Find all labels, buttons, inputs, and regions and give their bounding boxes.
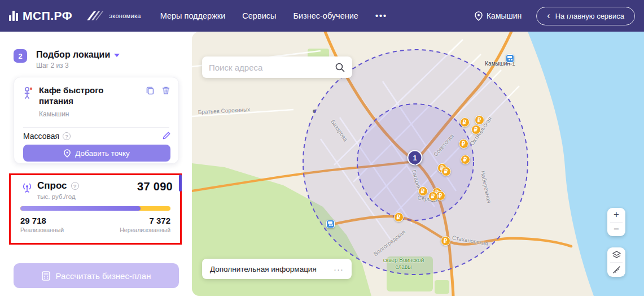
nav-services[interactable]: Сервисы xyxy=(242,11,276,20)
add-point-label: Добавить точку xyxy=(75,149,130,158)
step-title-text: Подбор локации xyxy=(36,50,110,60)
city-name: Камышин xyxy=(487,11,522,20)
ruble-marker[interactable]: ₽ xyxy=(418,186,428,196)
map-tools xyxy=(607,247,625,277)
transport-icon[interactable] xyxy=(506,54,514,63)
demand-realized: 29 718 Реализованный xyxy=(20,216,64,233)
copy-button[interactable] xyxy=(144,85,156,97)
layers-button[interactable] xyxy=(607,247,625,262)
main-nav: Меры поддержки Сервисы Бизнес-обучение •… xyxy=(160,11,387,20)
zoom-controls: + − xyxy=(607,208,625,236)
step-title: Подбор локации xyxy=(36,50,120,60)
business-city: Камышин xyxy=(39,110,69,118)
calculate-button-label: Рассчитать бизнес-план xyxy=(56,271,151,281)
edit-button[interactable] xyxy=(162,131,171,142)
msp-logo-text: МСП.РФ xyxy=(23,9,72,23)
map-center-marker[interactable]: 1 xyxy=(408,150,423,166)
nav-more-button[interactable]: ••• xyxy=(375,11,387,20)
ruble-marker[interactable]: ₽ xyxy=(441,236,450,246)
sidebar: 2 Подбор локации Шаг 2 из 3 Кафе быстрог… xyxy=(0,32,192,296)
demand-values: 29 718 Реализованный 7 372 Нереализованн… xyxy=(20,216,170,233)
ruble-marker[interactable]: ₽ xyxy=(441,167,451,176)
unrealized-label: Нереализованный xyxy=(120,227,170,233)
demand-icon xyxy=(21,182,33,193)
demand-progress-track xyxy=(20,206,170,211)
help-icon[interactable]: ? xyxy=(63,132,71,140)
header: МСП.РФ экономика Меры поддержки Сервисы … xyxy=(0,0,644,32)
more-options-icon[interactable]: ··· xyxy=(334,264,344,274)
ruble-marker[interactable]: ₽ xyxy=(471,125,481,134)
address-search xyxy=(202,56,352,78)
pencil-icon xyxy=(162,131,171,140)
msp-logo[interactable]: МСП.РФ xyxy=(9,9,72,23)
unrealized-value: 7 372 xyxy=(120,216,170,225)
ruble-marker[interactable]: ₽ xyxy=(394,212,404,222)
nav-support-measures[interactable]: Меры поддержки xyxy=(160,11,226,20)
step-subtitle: Шаг 2 из 3 xyxy=(36,62,69,69)
calculator-icon xyxy=(42,271,50,281)
demand-title: Спрос xyxy=(37,180,67,191)
delete-button[interactable] xyxy=(160,85,172,97)
city-selector[interactable]: Камышин xyxy=(475,11,522,21)
demand-head: Спрос ? тыс. руб./год 37 090 xyxy=(18,180,173,200)
ruler-icon xyxy=(612,265,621,274)
demand-progress-fill xyxy=(20,206,141,211)
app: МСП.РФ экономика Меры поддержки Сервисы … xyxy=(0,0,644,296)
calculate-business-plan-button[interactable]: Рассчитать бизнес-план xyxy=(14,263,179,288)
ruble-marker[interactable]: ₽ xyxy=(475,115,484,125)
back-button-label: На главную сервиса xyxy=(555,12,624,20)
realized-value: 29 718 xyxy=(20,216,64,225)
ministry-logo-text: экономика xyxy=(109,12,141,19)
map-canvas[interactable]: Братьев СорокиныхБазароваСоветскаяОктябр… xyxy=(192,32,644,296)
location-pin-icon xyxy=(475,11,483,21)
demand-help-icon[interactable]: ? xyxy=(71,182,79,190)
zoom-out-button[interactable]: − xyxy=(607,223,625,237)
search-icon[interactable] xyxy=(335,62,345,73)
back-to-main-button[interactable]: ‹ На главную сервиса xyxy=(536,7,635,25)
business-title: Кафе быстрого питания xyxy=(39,85,132,106)
demand-units: тыс. руб./год xyxy=(37,193,79,200)
additional-info-bar[interactable]: Дополнительная информация ··· xyxy=(202,259,352,279)
trash-icon xyxy=(161,85,171,95)
demand-panel-highlighted: Спрос ? тыс. руб./год 37 090 29 718 Реал… xyxy=(9,173,182,245)
nav-business-education[interactable]: Бизнес-обучение xyxy=(293,11,358,20)
segment-label: Массовая xyxy=(23,132,59,141)
header-right: Камышин ‹ На главную сервиса xyxy=(475,7,635,25)
ruble-marker[interactable]: ₽ xyxy=(459,139,468,149)
transport-icon[interactable] xyxy=(326,220,335,228)
card-divider xyxy=(23,127,169,128)
ministry-flag-icon xyxy=(86,10,105,21)
msp-logo-icon xyxy=(9,11,18,21)
ruble-marker[interactable]: ₽ xyxy=(461,155,470,164)
add-point-pin-icon xyxy=(64,149,71,158)
demand-unrealized: 7 372 Нереализованный xyxy=(120,216,170,233)
segment-row: Массовая ? xyxy=(23,132,71,141)
search-input[interactable] xyxy=(209,63,335,72)
ministry-logo: экономика xyxy=(86,10,141,21)
layers-icon xyxy=(612,251,621,259)
zoom-in-button[interactable]: + xyxy=(607,208,625,222)
ruler-button[interactable] xyxy=(607,263,625,277)
demand-total-value: 37 090 xyxy=(137,180,173,193)
additional-info-label: Дополнительная информация xyxy=(210,265,317,273)
ruble-marker[interactable]: ₽ xyxy=(428,191,438,201)
step-badge: 2 xyxy=(14,49,27,63)
chevron-down-icon[interactable] xyxy=(114,54,120,57)
demand-title-block: Спрос ? тыс. руб./год xyxy=(37,180,79,200)
sidebar-scrollbar-thumb[interactable] xyxy=(179,175,182,191)
copy-icon xyxy=(145,85,155,95)
chevron-left-icon: ‹ xyxy=(547,11,550,20)
business-card: Кафе быстрого питания Камышин Массовая ? xyxy=(14,77,179,164)
add-point-button[interactable]: Добавить точку xyxy=(23,145,170,162)
realized-label: Реализованный xyxy=(20,227,64,233)
ruble-marker[interactable]: ₽ xyxy=(460,117,470,127)
business-point-icon xyxy=(23,86,35,99)
